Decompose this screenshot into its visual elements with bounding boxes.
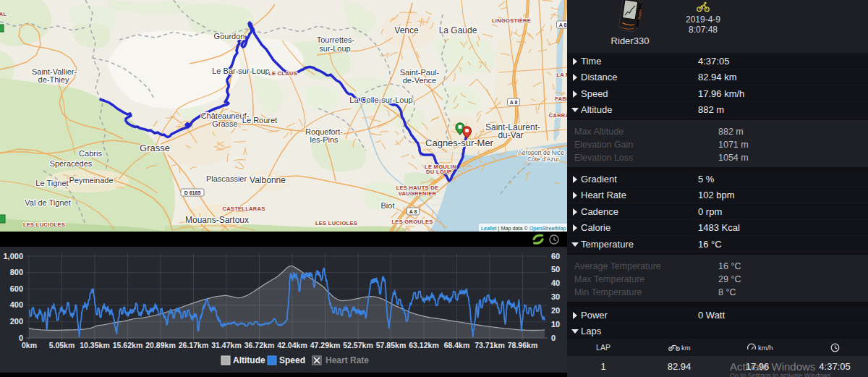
svg-text:La Gaude: La Gaude [439, 25, 477, 35]
svg-text:47.29km: 47.29km [310, 341, 340, 350]
svg-text:26.17km: 26.17km [179, 341, 208, 350]
svg-text:A 8: A 8 [409, 209, 417, 214]
svg-text:AL: AL [0, 11, 7, 17]
svg-text:63.12km: 63.12km [409, 341, 438, 350]
svg-text:Le Tignet: Le Tignet [35, 179, 68, 187]
svg-text:50: 50 [551, 265, 560, 274]
svg-text:68.4km: 68.4km [444, 341, 470, 350]
svg-text:31.47km: 31.47km [211, 341, 241, 350]
svg-text:600: 600 [10, 284, 23, 293]
svg-text:20: 20 [551, 306, 560, 315]
svg-text:1,000: 1,000 [3, 252, 23, 260]
svg-text:Cabris: Cabris [79, 149, 102, 158]
svg-text:bryton: bryton [637, 9, 642, 20]
svg-text:10.35km: 10.35km [80, 341, 109, 350]
svg-text:Peymeinade: Peymeinade [69, 176, 113, 185]
svg-text:42.04km: 42.04km [277, 341, 307, 350]
svg-text:40: 40 [551, 279, 560, 287]
svg-text:5.05km: 5.05km [49, 341, 75, 350]
svg-text:20.89km: 20.89km [145, 341, 175, 350]
svg-text:Mouans-Sartoux: Mouans-Sartoux [185, 215, 249, 225]
svg-text:La Colle-sur-Loup: La Colle-sur-Loup [349, 96, 412, 104]
svg-text:Le Bar-sur-Loup: Le Bar-sur-Loup [212, 67, 270, 75]
svg-text:LES GROULES: LES GROULES [391, 219, 433, 225]
svg-text:400: 400 [10, 300, 23, 309]
svg-text:Vence: Vence [394, 25, 419, 35]
svg-text:Biot: Biot [381, 201, 395, 210]
svg-text:CASTELLARAS: CASTELLARAS [222, 206, 265, 212]
svg-text:A 8: A 8 [559, 22, 567, 27]
svg-text:LES LUCIOLES: LES LUCIOLES [23, 221, 65, 228]
svg-text:15.62km: 15.62km [113, 341, 142, 350]
svg-text:30: 30 [551, 292, 560, 301]
svg-text:0km: 0km [22, 341, 37, 350]
svg-text:Grasse: Grasse [212, 119, 237, 128]
svg-text:Côte d'Azur: Côte d'Azur [527, 156, 559, 163]
svg-text:Speed: Speed [279, 355, 305, 365]
svg-text:sur-Loup: sur-Loup [319, 44, 350, 53]
svg-text:Heart Rate: Heart Rate [326, 355, 369, 365]
svg-text:36.72km: 36.72km [244, 341, 274, 350]
svg-text:LE CLAUS: LE CLAUS [268, 70, 297, 77]
svg-text:VAUGRENIER: VAUGRENIER [399, 190, 437, 197]
svg-text:D 6185: D 6185 [184, 190, 201, 195]
svg-text:73.71km: 73.71km [475, 341, 504, 350]
svg-text:Grasse: Grasse [140, 143, 170, 153]
svg-text:CARRA: CARRA [549, 112, 567, 119]
svg-text:LES LUCIOLES: LES LUCIOLES [315, 220, 357, 226]
svg-text:Val de Tignet: Val de Tignet [25, 198, 70, 207]
svg-text:Le Rouret: Le Rouret [242, 116, 277, 124]
svg-text:Altitude: Altitude [233, 355, 265, 365]
svg-text:LINGOSTIÈRE: LINGOSTIÈRE [492, 17, 531, 24]
svg-text:Valbonne: Valbonne [250, 175, 286, 185]
svg-text:DU LOUP: DU LOUP [426, 169, 452, 175]
svg-text:Cagnes-sur-Mer: Cagnes-sur-Mer [425, 137, 494, 148]
svg-text:0: 0 [551, 334, 556, 342]
svg-text:Leaflet | Map data © OpenStree: Leaflet | Map data © OpenStreetMap [481, 225, 566, 232]
svg-text:du-Var: du-Var [498, 130, 523, 140]
svg-text:Plascassier: Plascassier [206, 174, 247, 183]
svg-text:Spéracèdes: Spéracèdes [50, 159, 93, 168]
svg-text:60: 60 [551, 252, 560, 260]
svg-text:les-Pins: les-Pins [310, 135, 339, 144]
svg-text:Tourrettes-: Tourrettes- [317, 35, 355, 44]
svg-text:de-Vence: de-Vence [403, 76, 436, 85]
svg-text:FABR: FABR [555, 96, 567, 102]
svg-text:52.57km: 52.57km [343, 341, 373, 350]
svg-text:800: 800 [10, 268, 23, 276]
svg-text:200: 200 [10, 317, 23, 326]
svg-text:LA M: LA M [556, 72, 567, 78]
svg-text:10: 10 [551, 320, 560, 329]
svg-text:Gourdon: Gourdon [214, 32, 245, 41]
svg-text:78.96km: 78.96km [508, 341, 537, 350]
svg-text:A 8: A 8 [510, 100, 518, 105]
svg-text:57.85km: 57.85km [376, 341, 406, 350]
svg-text:de-Thiey: de-Thiey [38, 75, 69, 84]
